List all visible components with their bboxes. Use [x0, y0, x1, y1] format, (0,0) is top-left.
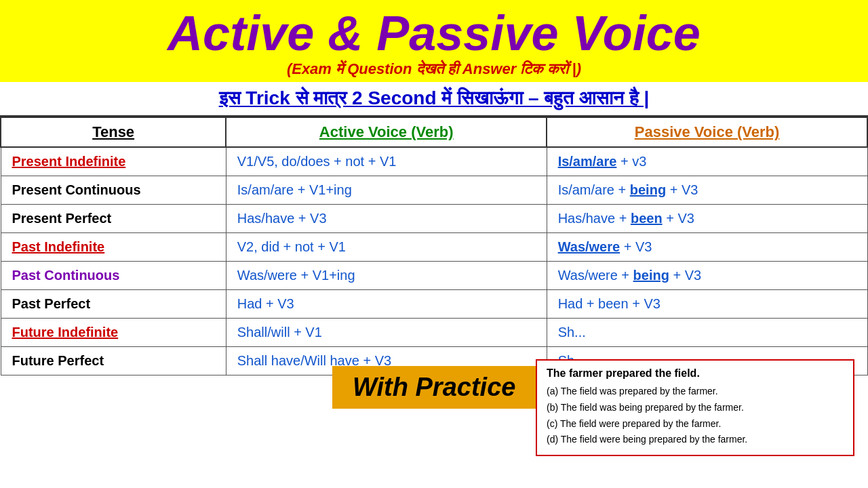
tense-cell: Past Continuous [1, 262, 226, 290]
table-row: Past IndefiniteV2, did + not + V1Was/wer… [1, 233, 867, 262]
table-row: Future IndefiniteShall/will + V1Sh... [1, 319, 867, 347]
active-cell: Was/were + V1+ing [226, 262, 547, 290]
active-cell: Has/have + V3 [226, 205, 547, 233]
table-row: Present IndefiniteV1/V5, do/does + not +… [1, 147, 867, 176]
example-box: The farmer prepared the field. (a) The f… [536, 359, 854, 456]
example-item: (b) The field was being prepared by the … [547, 400, 844, 416]
col-header-active: Active Voice (Verb) [226, 117, 547, 147]
tense-cell: Present Indefinite [1, 147, 226, 176]
active-cell: V1/V5, do/does + not + V1 [226, 147, 547, 176]
active-cell: Had + V3 [226, 290, 547, 319]
passive-cell: Was/were + V3 [547, 233, 867, 262]
passive-cell: Is/am/are + v3 [547, 147, 867, 176]
tense-cell: Present Continuous [1, 176, 226, 205]
trick-bar: इस Trick से मात्र 2 Second में सिखाऊंगा … [0, 82, 868, 117]
col-header-tense: Tense [1, 117, 226, 147]
with-practice-text: With Practice [332, 366, 536, 409]
example-item: (d) The field were being prepared by the… [547, 432, 844, 448]
passive-cell: Sh... [547, 319, 867, 347]
tense-cell: Future Perfect [1, 347, 226, 375]
voice-table: Tense Active Voice (Verb) Passive Voice … [0, 117, 868, 375]
active-cell: V2, did + not + V1 [226, 233, 547, 262]
col-header-passive: Passive Voice (Verb) [547, 117, 867, 147]
passive-cell: Was/were + being + V3 [547, 262, 867, 290]
header-subtitle: (Exam में Question देखते ही Answer टिक क… [14, 60, 854, 78]
tense-cell: Past Perfect [1, 290, 226, 319]
tense-cell: Future Indefinite [1, 319, 226, 347]
passive-cell: Is/am/are + being + V3 [547, 176, 867, 205]
example-item: (c) The field were prepared by the farme… [547, 416, 844, 432]
tense-cell: Past Indefinite [1, 233, 226, 262]
table-row: Past PerfectHad + V3Had + been + V3 [1, 290, 867, 319]
table-row: Past ContinuousWas/were + V1+ingWas/were… [1, 262, 867, 290]
table-row: Present PerfectHas/have + V3Has/have + b… [1, 205, 867, 233]
main-title: Active & Passive Voice [14, 7, 854, 60]
example-item: (a) The field was prepared by the farmer… [547, 384, 844, 400]
active-cell: Shall/will + V1 [226, 319, 547, 347]
with-practice-overlay: With Practice [332, 366, 536, 409]
tense-cell: Present Perfect [1, 205, 226, 233]
header-banner: Active & Passive Voice (Exam में Questio… [0, 0, 868, 82]
passive-cell: Had + been + V3 [547, 290, 867, 319]
trick-text: इस Trick से मात्र 2 Second में सिखाऊंगा … [219, 87, 650, 108]
passive-cell: Has/have + been + V3 [547, 205, 867, 233]
example-title: The farmer prepared the field. [547, 367, 844, 380]
active-cell: Is/am/are + V1+ing [226, 176, 547, 205]
table-row: Present ContinuousIs/am/are + V1+ingIs/a… [1, 176, 867, 205]
